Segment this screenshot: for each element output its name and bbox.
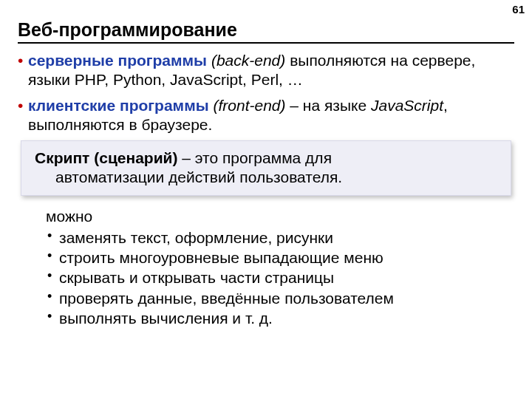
sub-heading: можно	[46, 206, 514, 226]
callout-text: автоматизации действий пользователя.	[35, 168, 499, 187]
page-title: Веб-программирование	[18, 19, 514, 41]
list-item: скрывать и открывать части страницы	[46, 267, 514, 287]
italic-term: JavaScript	[371, 97, 443, 114]
paren-term: (back-end)	[211, 52, 285, 69]
definition-callout: Скрипт (сценарий) – это программа для ав…	[21, 140, 511, 196]
text: – на языке	[286, 97, 372, 114]
list-item: строить многоуровневые выпадающие меню	[46, 248, 514, 267]
sub-section: можно заменять текст, оформление, рисунк…	[46, 206, 514, 329]
page-number: 61	[512, 3, 525, 16]
highlight-term: клиентские программы	[28, 97, 209, 114]
paren-term: (front-end)	[213, 97, 285, 114]
main-bullet-list: серверные программы (back-end) выполняют…	[18, 51, 514, 134]
callout-lead: Скрипт (сценарий)	[35, 149, 177, 166]
sub-bullet-list: заменять текст, оформление, рисунки стро…	[46, 228, 514, 328]
highlight-term: серверные программы	[28, 52, 207, 69]
list-item: выполнять вычисления и т. д.	[46, 308, 514, 328]
list-item: заменять текст, оформление, рисунки	[46, 228, 514, 248]
list-item: клиентские программы (front-end) – на яз…	[18, 96, 514, 135]
title-block: Веб-программирование	[18, 19, 514, 44]
list-item: проверять данные, введённые пользователе…	[46, 288, 514, 308]
list-item: серверные программы (back-end) выполняют…	[18, 51, 514, 90]
callout-text: – это программа для	[177, 149, 332, 166]
